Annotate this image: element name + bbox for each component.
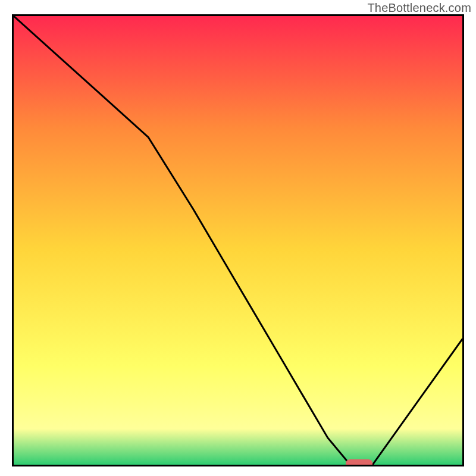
chart-frame [12, 14, 464, 466]
optimal-marker [346, 459, 372, 465]
gradient-background [14, 16, 462, 465]
watermark-text: TheBottleneck.com [367, 1, 471, 15]
chart-svg [14, 16, 462, 465]
